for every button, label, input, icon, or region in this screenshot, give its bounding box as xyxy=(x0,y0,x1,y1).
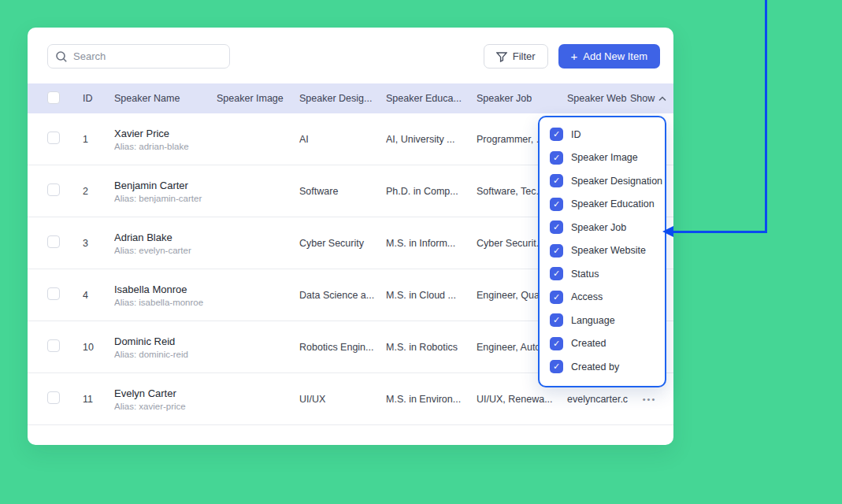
cell-education: AI, University ... xyxy=(386,134,477,145)
header-speaker-education: Speaker Educa... xyxy=(386,93,477,104)
checked-checkbox-icon[interactable] xyxy=(550,244,563,258)
column-visibility-label: Speaker Image xyxy=(571,152,638,163)
row-checkbox[interactable] xyxy=(47,287,60,300)
column-visibility-item[interactable]: Speaker Website xyxy=(540,239,665,263)
column-visibility-item[interactable]: Status xyxy=(540,262,665,286)
search-icon xyxy=(55,50,68,63)
column-visibility-label: Speaker Designation xyxy=(571,176,662,187)
filter-funnel-icon xyxy=(496,51,507,62)
search-input-wrapper xyxy=(47,44,230,69)
checked-checkbox-icon[interactable] xyxy=(550,198,563,211)
column-visibility-label: Speaker Education xyxy=(571,198,655,209)
speaker-alias: Alias: benjamin-carter xyxy=(114,194,212,203)
column-visibility-item[interactable]: Speaker Image xyxy=(540,146,665,170)
column-visibility-label: Created by xyxy=(571,361,619,372)
cell-designation: UI/UX xyxy=(299,394,386,405)
column-visibility-item[interactable]: Created xyxy=(540,332,665,356)
speaker-alias: Alias: dominic-reid xyxy=(114,350,212,359)
column-visibility-dropdown: ID Speaker Image Speaker Designation Spe… xyxy=(538,116,666,387)
cell-education: M.S. in Cloud ... xyxy=(386,290,477,301)
annotation-line-vertical xyxy=(765,0,767,232)
cell-designation: Software xyxy=(299,186,386,197)
checked-checkbox-icon[interactable] xyxy=(550,267,563,280)
cell-id: 10 xyxy=(83,342,114,353)
checked-checkbox-icon[interactable] xyxy=(550,174,563,187)
add-new-item-button[interactable]: + Add New Item xyxy=(558,44,660,69)
toolbar-actions: Filter + Add New Item xyxy=(484,44,660,69)
row-checkbox[interactable] xyxy=(47,183,60,196)
speaker-name: Adrian Blake xyxy=(114,232,212,243)
column-visibility-item[interactable]: Speaker Education xyxy=(540,193,665,217)
table-toolbar: Filter + Add New Item xyxy=(28,28,673,69)
cell-id: 1 xyxy=(83,134,114,145)
cell-education: M.S. in Inform... xyxy=(386,238,477,249)
checked-checkbox-icon[interactable] xyxy=(550,337,563,350)
chevron-up-icon xyxy=(658,96,666,102)
select-all-checkbox[interactable] xyxy=(47,91,60,104)
plus-icon: + xyxy=(571,50,578,62)
cell-designation: AI xyxy=(299,134,386,145)
column-visibility-item[interactable]: Access xyxy=(540,286,665,309)
cell-education: M.S. in Environ... xyxy=(386,394,477,405)
cell-website: evelyncarter.c xyxy=(567,394,630,405)
speaker-name: Dominic Reid xyxy=(114,335,212,347)
speaker-alias: Alias: isabella-monroe xyxy=(114,298,212,307)
header-speaker-website: Speaker Web xyxy=(567,93,630,104)
column-visibility-label: Speaker Job xyxy=(571,222,626,233)
column-visibility-item[interactable]: Speaker Designation xyxy=(540,169,665,193)
cell-speaker-name: Benjamin Carter Alias: benjamin-carter xyxy=(114,180,217,203)
column-visibility-item[interactable]: Language xyxy=(540,309,665,332)
show-toggle-label: Show xyxy=(630,93,655,104)
speaker-name: Evelyn Carter xyxy=(114,387,212,399)
cell-speaker-name: Adrian Blake Alias: evelyn-carter xyxy=(114,232,217,255)
add-button-label: Add New Item xyxy=(583,50,647,62)
cell-id: 4 xyxy=(83,290,114,301)
cell-education: Ph.D. in Comp... xyxy=(386,186,477,197)
cell-education: M.S. in Robotics xyxy=(386,342,477,353)
cell-designation: Data Science a... xyxy=(299,290,386,301)
cell-speaker-name: Evelyn Carter Alias: xavier-price xyxy=(114,387,217,411)
column-visibility-label: Status xyxy=(571,269,599,280)
column-visibility-item[interactable]: Speaker Job xyxy=(540,216,665,239)
annotation-line-horizontal xyxy=(670,231,767,233)
cell-speaker-name: Xavier Price Alias: adrian-blake xyxy=(114,128,217,151)
checked-checkbox-icon[interactable] xyxy=(550,220,563,234)
cell-id: 11 xyxy=(83,394,114,405)
header-id: ID xyxy=(83,93,114,104)
checked-checkbox-icon[interactable] xyxy=(550,360,563,373)
checked-checkbox-icon[interactable] xyxy=(550,151,563,165)
column-visibility-label: Access xyxy=(571,291,603,302)
checked-checkbox-icon[interactable] xyxy=(550,128,563,141)
column-visibility-item[interactable]: Created by xyxy=(540,355,665,379)
cell-designation: Robotics Engin... xyxy=(299,342,386,353)
speaker-alias: Alias: evelyn-carter xyxy=(114,246,212,255)
speaker-alias: Alias: xavier-price xyxy=(114,402,212,411)
table-header-row: ID Speaker Name Speaker Image Speaker De… xyxy=(28,83,673,113)
search-input[interactable] xyxy=(47,44,230,69)
row-checkbox[interactable] xyxy=(47,339,60,352)
checked-checkbox-icon[interactable] xyxy=(550,291,563,304)
row-checkbox[interactable] xyxy=(47,132,60,144)
row-actions-button[interactable]: ••• xyxy=(630,395,673,404)
cell-job: UI/UX, Renewa... xyxy=(477,394,567,405)
column-visibility-item[interactable]: ID xyxy=(540,123,665,146)
column-visibility-label: Language xyxy=(571,315,615,326)
speaker-alias: Alias: adrian-blake xyxy=(114,142,212,151)
column-visibility-label: Created xyxy=(571,338,606,349)
cell-speaker-name: Dominic Reid Alias: dominic-reid xyxy=(114,335,217,359)
cell-id: 3 xyxy=(83,238,114,249)
annotation-arrowhead-icon xyxy=(662,226,673,237)
speaker-name: Xavier Price xyxy=(114,128,212,139)
row-checkbox[interactable] xyxy=(47,235,60,248)
header-speaker-image: Speaker Image xyxy=(217,93,299,104)
show-columns-toggle[interactable]: Show xyxy=(630,93,673,104)
speaker-name: Benjamin Carter xyxy=(114,180,212,191)
filter-button[interactable]: Filter xyxy=(484,44,548,69)
header-speaker-designation: Speaker Desig... xyxy=(299,93,386,104)
speaker-name: Isabella Monroe xyxy=(114,284,212,295)
header-speaker-job: Speaker Job xyxy=(477,93,567,104)
column-visibility-label: Speaker Website xyxy=(571,245,646,256)
row-checkbox[interactable] xyxy=(47,391,60,404)
header-speaker-name: Speaker Name xyxy=(114,93,217,104)
checked-checkbox-icon[interactable] xyxy=(550,313,563,327)
